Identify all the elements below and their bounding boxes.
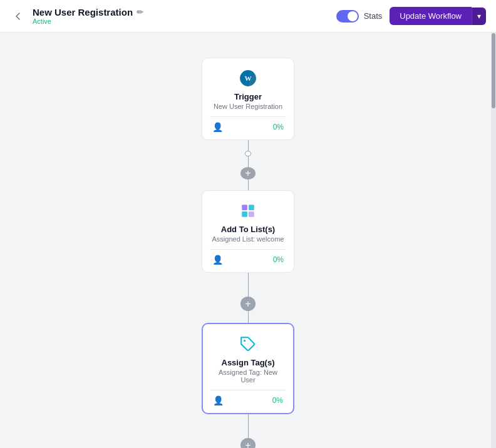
add-to-list-card-stats: 👤 0% xyxy=(210,255,286,265)
update-workflow-button[interactable]: Update Workflow xyxy=(390,7,472,25)
assign-tags-card-subtitle: Assigned Tag: New User xyxy=(210,369,286,384)
svg-rect-3 xyxy=(242,205,247,210)
svg-rect-5 xyxy=(242,211,247,217)
assign-tags-card[interactable]: Assign Tag(s) Assigned Tag: New User 👤 0… xyxy=(202,323,294,414)
header-left: New User Registration ✏ Active xyxy=(10,7,143,25)
connector-line-2b xyxy=(248,285,249,297)
connector-1: + xyxy=(240,140,256,190)
svg-rect-4 xyxy=(249,205,254,210)
assign-tags-card-divider xyxy=(210,390,286,390)
edit-icon[interactable]: ✏ xyxy=(137,8,143,17)
add-to-list-card-subtitle: Assigned List: welcome xyxy=(212,235,284,243)
connector-line-1a xyxy=(248,140,249,151)
trigger-percent: 0% xyxy=(273,123,284,131)
connector-line-3b xyxy=(248,426,249,438)
add-step-button-2[interactable]: + xyxy=(240,297,256,311)
connector-line-1b xyxy=(248,156,249,167)
wordpress-icon: W xyxy=(238,68,258,88)
trigger-card-subtitle: New User Registration xyxy=(214,103,282,110)
update-button-wrapper: Update Workflow ▾ xyxy=(390,7,486,25)
workflow-name: New User Registration xyxy=(33,7,133,18)
trigger-card-divider xyxy=(210,116,286,117)
trigger-person-icon: 👤 xyxy=(212,122,223,132)
toggle-track[interactable] xyxy=(336,10,359,23)
add-to-list-percent: 0% xyxy=(273,255,284,264)
assign-tags-card-title: Assign Tag(s) xyxy=(222,358,275,367)
scrollbar[interactable] xyxy=(491,33,496,448)
add-to-list-card-title: Add To List(s) xyxy=(221,225,275,234)
connector-line-1c xyxy=(248,180,249,190)
tag-icon xyxy=(238,334,258,354)
svg-text:W: W xyxy=(244,74,252,82)
toggle-thumb xyxy=(348,11,358,21)
trigger-card-title: Trigger xyxy=(234,92,262,101)
connector-line-2a xyxy=(248,273,249,285)
assign-tags-percent: 0% xyxy=(272,396,283,405)
assign-tags-person-icon: 👤 xyxy=(213,395,224,405)
add-to-list-card[interactable]: Add To List(s) Assigned List: welcome 👤 … xyxy=(202,190,294,273)
stats-label: Stats xyxy=(364,11,383,21)
add-step-button-1[interactable]: + xyxy=(240,167,256,180)
connector-2: + xyxy=(240,273,256,323)
assign-tags-card-stats: 👤 0% xyxy=(210,395,286,405)
back-icon xyxy=(13,11,24,22)
add-to-list-card-divider xyxy=(210,249,286,250)
add-to-list-person-icon: 👤 xyxy=(212,255,223,265)
svg-point-7 xyxy=(244,340,245,342)
svg-rect-6 xyxy=(249,211,254,217)
back-button[interactable] xyxy=(10,8,26,24)
connector-line-2c xyxy=(248,311,249,323)
list-icon xyxy=(238,201,258,221)
workflow-canvas: W Trigger New User Registration 👤 0% + xyxy=(0,33,496,448)
connector-dot-1 xyxy=(245,151,251,156)
header: New User Registration ✏ Active Stats Upd… xyxy=(0,0,496,33)
workflow-title: New User Registration ✏ xyxy=(33,7,143,18)
connector-3: + xyxy=(240,414,256,448)
trigger-card-stats: 👤 0% xyxy=(210,122,286,132)
title-area: New User Registration ✏ Active xyxy=(33,7,143,25)
trigger-card[interactable]: W Trigger New User Registration 👤 0% xyxy=(202,58,294,140)
status-badge: Active xyxy=(33,18,143,25)
flow-container: W Trigger New User Registration 👤 0% + xyxy=(104,33,392,448)
connector-line-3a xyxy=(248,414,249,426)
add-step-button-3[interactable]: + xyxy=(240,438,256,448)
update-workflow-dropdown[interactable]: ▾ xyxy=(472,8,486,25)
header-right: Stats Update Workflow ▾ xyxy=(336,7,486,25)
scrollbar-thumb[interactable] xyxy=(492,33,495,108)
stats-toggle[interactable]: Stats xyxy=(336,10,383,23)
